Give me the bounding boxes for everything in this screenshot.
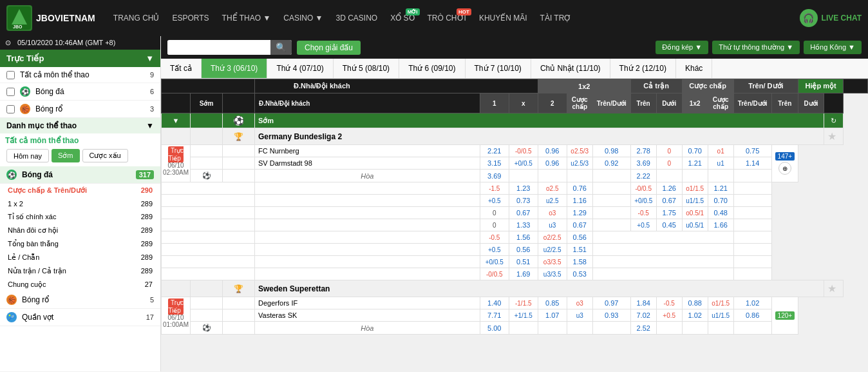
h1-ou2-2[interactable]: u1/1.5: [708, 309, 733, 322]
nav-casino[interactable]: CASINO ▼: [278, 11, 328, 25]
h1-chap1-2[interactable]: -0.5: [656, 297, 682, 309]
odds2-away[interactable]: 5.00: [480, 322, 509, 335]
sidebar-1x2[interactable]: 1 x 2 289: [0, 197, 160, 210]
ou-under2[interactable]: 0.93: [592, 309, 630, 322]
nav-the-thao[interactable]: THỂ THAO ▼: [217, 11, 276, 25]
sidebar-le-chan[interactable]: Lẻ / Chẵn 289: [0, 251, 160, 264]
nav-tro-choi[interactable]: TRÒ CHƠI HOT: [422, 11, 471, 25]
chap-home-odds2[interactable]: 0.85: [538, 297, 567, 309]
sidebar-item-tat-ca[interactable]: Tất cả môn thể thao 9: [0, 67, 160, 83]
tab-hom-nay[interactable]: Hôm nay: [6, 149, 49, 162]
odds-away[interactable]: 3.69: [480, 170, 509, 182]
sidebar-bong-ro2[interactable]: 🏀 Bóng rổ 5: [0, 291, 160, 309]
h1-chap2-2[interactable]: +0.5: [656, 309, 682, 322]
chon-giai-dau-button[interactable]: Chọn giải đấu: [297, 41, 361, 55]
ou2[interactable]: u2.5/3: [567, 157, 592, 170]
ou-over2[interactable]: 0.97: [592, 297, 630, 309]
chap2[interactable]: +0/0.5: [509, 157, 538, 170]
search-button[interactable]: 🔍: [270, 40, 292, 55]
tab-thu5[interactable]: Thứ 5 (08/10): [334, 59, 399, 78]
h1-1x2-draw2[interactable]: 7.02: [630, 309, 656, 322]
tab-chu-nhat[interactable]: Chủ Nhật (11/10): [531, 59, 610, 78]
live-chat-button[interactable]: 🎧 LIVE CHAT: [800, 9, 862, 27]
sidebar-quan-vot[interactable]: 🎾 Quần vợt 17: [0, 309, 160, 326]
ou1[interactable]: o2.5/3: [567, 145, 592, 157]
h1-ou1[interactable]: o1: [708, 145, 733, 157]
superettan-star[interactable]: ★: [827, 282, 836, 295]
h1-1x2-home2[interactable]: 1.84: [630, 297, 656, 309]
sidebar-chung-cuoc[interactable]: Chung cuộc 27: [0, 278, 160, 291]
tab-thu7[interactable]: Thứ 7 (10/10): [466, 59, 531, 78]
h1-under2[interactable]: 0.86: [733, 309, 771, 322]
tab-thu3[interactable]: Thứ 3 (06/10): [202, 59, 267, 78]
h1-1x2-home[interactable]: 2.78: [630, 145, 656, 157]
dong-kep-button[interactable]: Đồng kép ▼: [656, 41, 708, 54]
sidebar-item-bong-da[interactable]: ⚽ Bóng đá 6: [0, 83, 160, 101]
nav-esports[interactable]: ESPORTS: [167, 11, 214, 25]
tab-thu2[interactable]: Thứ 2 (12/10): [610, 59, 676, 78]
nav-tai-tro[interactable]: TÀI TRỢ: [535, 11, 577, 25]
h1-over[interactable]: 0.75: [733, 145, 771, 157]
tab-khac[interactable]: Khác: [676, 59, 712, 78]
ou-under[interactable]: 0.92: [592, 157, 630, 170]
ou2-2[interactable]: u3: [567, 309, 592, 322]
h1-1x2-away2[interactable]: 2.52: [630, 322, 656, 335]
bundesliga-star[interactable]: ★: [827, 130, 836, 142]
sidebar-bong-da-main[interactable]: ⚽ Bóng đá 317: [0, 166, 160, 184]
sidebar-danh-muc[interactable]: Danh mục thể thao ▼: [0, 118, 160, 133]
badge-120[interactable]: 120+: [775, 311, 795, 320]
ou1-2[interactable]: o3: [567, 297, 592, 309]
sidebar-tat-ca-mon[interactable]: Tất cả môn thể thao: [0, 133, 160, 145]
h1-chap-away2[interactable]: 1.02: [682, 309, 708, 322]
h1-over2[interactable]: 1.02: [733, 297, 771, 309]
chap-away-odds[interactable]: 0.96: [538, 157, 567, 170]
ou-over[interactable]: 0.98: [592, 145, 630, 157]
nav-trang-chu[interactable]: TRANG CHỦ: [108, 11, 165, 25]
bong-da-checkbox[interactable]: [6, 88, 15, 96]
bong-ro-checkbox[interactable]: [6, 105, 15, 113]
h1-1x2-draw[interactable]: 3.69: [630, 157, 656, 170]
sidebar-ti-so[interactable]: Tỉ số chính xác 289: [0, 210, 160, 224]
sidebar-nhan-doi[interactable]: Nhân đôi cơ hội 289: [0, 224, 160, 237]
h1-chap2[interactable]: 0: [656, 157, 682, 170]
search-input[interactable]: [167, 41, 270, 55]
chap-away-odds2[interactable]: 1.07: [538, 309, 567, 322]
chap1-2[interactable]: -1/1.5: [509, 297, 538, 309]
badge-147[interactable]: 147+: [775, 152, 795, 161]
odds2-home[interactable]: 1.40: [480, 297, 509, 309]
tab-tat-ca[interactable]: Tất cả: [161, 59, 202, 78]
h1-ou1-2[interactable]: o1/1.5: [708, 297, 733, 309]
tat-ca-checkbox[interactable]: [6, 71, 15, 79]
tab-thu4[interactable]: Thứ 4 (07/10): [267, 59, 333, 78]
tab-cuoc-xau[interactable]: Cược xấu: [82, 149, 128, 162]
thu-tu-button[interactable]: Thứ tự thông thường ▼: [712, 41, 800, 54]
sidebar-tong-ban[interactable]: Tổng bàn thắng 289: [0, 237, 160, 251]
hong-kong-button[interactable]: Hồng Kông ▼: [804, 41, 862, 54]
som-arrow[interactable]: ▼: [162, 113, 191, 128]
odds-draw[interactable]: 3.15: [480, 157, 509, 170]
chap-home-odds[interactable]: 0.96: [538, 145, 567, 157]
h1-chap-home2[interactable]: 0.88: [682, 297, 708, 309]
h1-ou2[interactable]: u1: [708, 157, 733, 170]
h1-under[interactable]: 1.14: [733, 157, 771, 170]
nav-3d-casino[interactable]: 3D CASINO: [331, 11, 383, 25]
chap1[interactable]: -0/0.5: [509, 145, 538, 157]
h1-chap-home[interactable]: 0.70: [682, 145, 708, 157]
circle-icon[interactable]: ⊕: [778, 162, 791, 175]
sidebar-nua-tran[interactable]: Nửa trận / Cả trận 289: [0, 264, 160, 278]
odds-home[interactable]: 2.21: [480, 145, 509, 157]
chap2-2[interactable]: +1/1.5: [509, 309, 538, 322]
h1-1x2-away[interactable]: 2.22: [630, 170, 656, 182]
odds2-draw[interactable]: 7.71: [480, 309, 509, 322]
sidebar-cuoc-chap[interactable]: Cược chấp & Trên/Dưới 290: [0, 184, 160, 197]
refresh-icon[interactable]: ↻: [824, 113, 844, 128]
h1-chap1[interactable]: 0: [656, 145, 682, 157]
tab-thu6[interactable]: Thứ 6 (09/10): [399, 59, 465, 78]
nav-xo-so[interactable]: XỔ SỐ MỚI: [385, 11, 419, 25]
sidebar-truc-tiep[interactable]: Trực Tiếp ▼: [0, 50, 160, 67]
sidebar-item-bong-ro[interactable]: 🏀 Bóng rổ 3: [0, 101, 160, 118]
h1-chap-away[interactable]: 1.21: [682, 157, 708, 170]
tab-som[interactable]: Sớm: [52, 149, 80, 162]
match-degerfors-home: Trực Tiếp 06/10 01:00AM Degerfors IF 1.4…: [162, 297, 868, 309]
nav-khuyen-mai[interactable]: KHUYẾN MÃI: [474, 11, 533, 25]
